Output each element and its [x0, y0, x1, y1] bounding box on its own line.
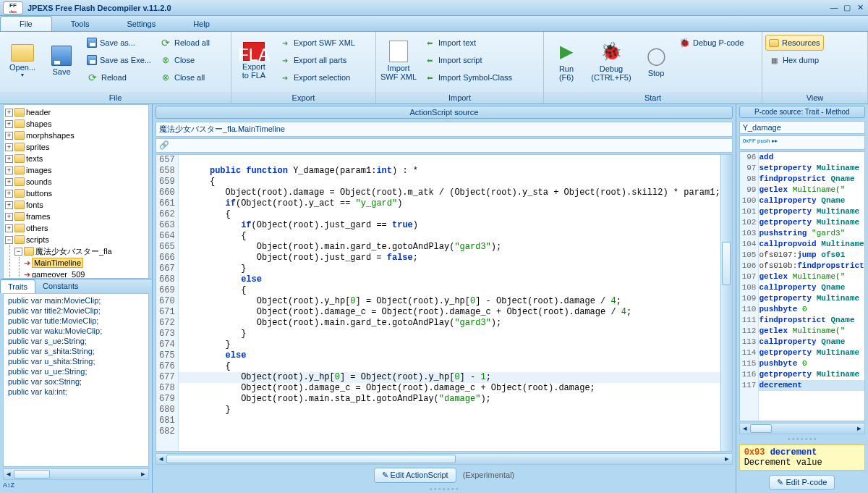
tree-node-buttons[interactable]: +buttons: [5, 187, 147, 199]
trait-item[interactable]: public var kai:int;: [5, 387, 147, 397]
app-logo: FFdec: [3, 1, 23, 14]
trait-item[interactable]: public var tutle:MovieClip;: [5, 316, 147, 326]
tree-node-texts[interactable]: +texts: [5, 153, 147, 164]
close-button[interactable]: ✕: [855, 3, 865, 13]
export-allparts-button[interactable]: ➜Export all parts: [276, 52, 358, 68]
drag-handle-r[interactable]: ∘∘∘∘∘∘∘: [736, 436, 868, 443]
minimize-button[interactable]: —: [829, 3, 839, 13]
pcode-title: P-code source: Trait - Method: [739, 106, 865, 118]
import-script-button[interactable]: ⬅Import script: [421, 52, 515, 68]
trait-item[interactable]: public var s_shita:String;: [5, 346, 147, 356]
export-swfxml-button[interactable]: ➜Export SWF XML: [276, 35, 358, 51]
pcode-gutter: 9697989910010110210310410510610710810911…: [740, 152, 760, 421]
trait-item[interactable]: public var s_ue:String;: [5, 336, 147, 346]
code-editor[interactable]: public function Y_damage(param1:int) : *…: [179, 155, 720, 451]
pcode-method: Y_damage: [739, 121, 865, 134]
export-fla-button[interactable]: FLAExport to FLA: [234, 34, 273, 88]
trait-item[interactable]: public var u_shita:String;: [5, 356, 147, 366]
trait-item[interactable]: public var title2:MovieClip;: [5, 306, 147, 316]
tree-node-sounds[interactable]: +sounds: [5, 176, 147, 187]
resources-button[interactable]: Resources: [765, 35, 824, 51]
tree-node-others[interactable]: +others: [5, 222, 147, 234]
tab-constants[interactable]: Constants: [35, 279, 86, 293]
pcode-hscroll[interactable]: ◂▸: [739, 423, 865, 434]
ribbon-group-view: View: [762, 92, 867, 104]
trait-item[interactable]: public var main:MovieClip;: [5, 295, 147, 306]
tree-node-scripts[interactable]: −scripts: [5, 234, 147, 245]
tree-node-package[interactable]: −魔法少女バスター_fla: [14, 245, 147, 257]
menu-file[interactable]: File: [0, 16, 52, 31]
close-file-button[interactable]: ⊗Close: [157, 52, 213, 68]
debug-pcode-button[interactable]: 🐞Debug P-code: [676, 35, 746, 51]
line-gutter: 6576586596606616626636646656666676686696…: [156, 155, 179, 451]
tree-node-images[interactable]: +images: [5, 164, 147, 176]
sort-az-icon[interactable]: A↕Z: [3, 481, 149, 492]
code-vscroll[interactable]: [720, 155, 732, 451]
as-source-title: ActionScript source: [156, 106, 733, 119]
tree-node-gameover[interactable]: ➜gameover_509: [24, 269, 147, 279]
menu-tools[interactable]: Tools: [52, 16, 109, 31]
trait-item[interactable]: public var waku:MovieClip;: [5, 326, 147, 336]
editor-toolbar: 🔗: [156, 138, 733, 153]
tree-node-header[interactable]: +header: [5, 106, 147, 118]
ribbon-group-import: Import: [376, 92, 543, 104]
stop-button[interactable]: ◯Stop: [637, 34, 676, 88]
code-hscroll[interactable]: ◂▸: [156, 453, 733, 465]
save-as-button[interactable]: Save as...: [84, 35, 154, 51]
reload-all-button[interactable]: ⟳Reload all: [157, 35, 213, 51]
traits-list[interactable]: public var main:MovieClip;public var tit…: [3, 293, 149, 468]
reload-button[interactable]: ⟳Reload: [84, 69, 154, 85]
open-button[interactable]: Open...▾: [3, 34, 42, 88]
menu-bar: File Tools Settings Help: [0, 16, 868, 32]
tree-node-fonts[interactable]: +fonts: [5, 199, 147, 211]
trait-item[interactable]: public var u_ue:String;: [5, 366, 147, 376]
ribbon-group-export: Export: [231, 92, 375, 104]
tree-node-morphshapes[interactable]: +morphshapes: [5, 130, 147, 141]
tree-node-sprites[interactable]: +sprites: [5, 141, 147, 153]
tree-node-frames[interactable]: +frames: [5, 211, 147, 222]
debug-button[interactable]: 🐞Debug (CTRL+F5): [586, 34, 637, 88]
export-selection-button[interactable]: ➜Export selection: [276, 69, 358, 85]
pcode-toolbar: 0xFF push ▸▸: [739, 135, 865, 150]
import-swfxml-button[interactable]: Import SWF XML: [379, 34, 418, 88]
ribbon-group-start: Start: [544, 92, 762, 104]
resource-tree[interactable]: +header+shapes+morphshapes+sprites+texts…: [3, 104, 149, 279]
menu-settings[interactable]: Settings: [108, 16, 174, 31]
tree-node-shapes[interactable]: +shapes: [5, 118, 147, 130]
menu-help[interactable]: Help: [174, 16, 229, 31]
hex-dump-button[interactable]: ▦Hex dump: [765, 52, 824, 68]
opcode-hint: 0x93 decrement Decrement value: [739, 444, 865, 471]
trait-item[interactable]: public var sox:String;: [5, 376, 147, 387]
save-button[interactable]: Save: [42, 34, 81, 88]
save-as-exe-button[interactable]: Save as Exe...: [84, 52, 154, 68]
experimental-label: (Experimental): [463, 471, 515, 479]
close-all-button[interactable]: ⊗Close all: [157, 69, 213, 85]
link-icon[interactable]: 🔗: [159, 140, 169, 149]
breadcrumb: 魔法少女バスター_fla.MainTimeline: [156, 122, 733, 137]
import-text-button[interactable]: ⬅Import text: [421, 35, 515, 51]
tab-traits[interactable]: Traits: [0, 279, 35, 293]
edit-actionscript-button[interactable]: ✎ Edit ActionScript: [374, 468, 456, 483]
window-title: JPEXS Free Flash Decompiler v.11.2.0: [27, 4, 826, 12]
maximize-button[interactable]: ▢: [842, 3, 852, 13]
pcode-view[interactable]: addsetproperty Multinamefindpropstrict Q…: [759, 152, 864, 421]
tree-node-maintimeline[interactable]: ➜MainTimeline: [24, 257, 147, 269]
drag-handle[interactable]: ∘∘∘∘∘∘∘: [153, 486, 736, 493]
edit-pcode-button[interactable]: ✎ Edit P-code: [769, 475, 835, 490]
ribbon-group-file: File: [0, 92, 231, 104]
ribbon: Open...▾ Save Save as... Save as Exe... …: [0, 32, 868, 104]
run-button[interactable]: ▶Run (F6): [547, 34, 586, 88]
left-tabs: Traits Constants: [0, 279, 152, 293]
title-bar: FFdec JPEXS Free Flash Decompiler v.11.2…: [0, 0, 868, 16]
import-symclass-button[interactable]: ⬅Import Symbol-Class: [421, 69, 515, 85]
traits-hscroll[interactable]: ◂▸: [3, 468, 149, 480]
